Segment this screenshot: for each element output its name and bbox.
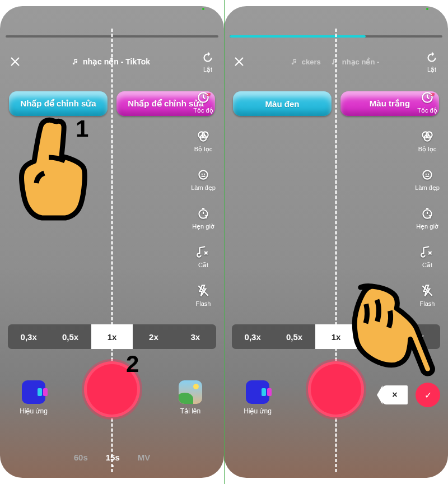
flip-label: Lật (203, 66, 212, 73)
check-icon: ✓ (424, 390, 432, 401)
status-dot (426, 8, 428, 10)
filter-button[interactable]: Bộ lọc (194, 129, 212, 153)
step-number-1: 1 (76, 115, 88, 142)
flip-button[interactable]: Lật (416, 50, 448, 73)
flip-button[interactable]: Lật (192, 50, 224, 73)
sound-selector-b[interactable]: nhạc nền - (331, 58, 380, 66)
close-button[interactable] (0, 55, 30, 68)
svg-point-5 (199, 170, 207, 179)
phone-right: ckers nhạc nền - Lật Màu đen Màu trắng O… (224, 6, 448, 478)
speed-2x[interactable]: 2x (133, 324, 174, 349)
svg-point-16 (426, 174, 427, 175)
speed-0.5x[interactable]: 0,5x (273, 324, 315, 349)
beauty-button[interactable]: Làm đẹp (415, 167, 440, 192)
beauty-button[interactable]: Làm đẹp (191, 167, 216, 192)
svg-text:3: 3 (428, 214, 431, 220)
effects-icon (246, 380, 269, 404)
flash-button[interactable]: Flash (196, 283, 211, 307)
speed-0.3x[interactable]: 0,3x (8, 324, 49, 349)
svg-point-7 (204, 174, 205, 175)
svg-text:ON: ON (206, 92, 211, 96)
speed-0.3x[interactable]: 0,3x (232, 324, 273, 349)
trim-button[interactable]: Cắt (420, 245, 435, 269)
speed-button[interactable]: ONTốc độ (193, 90, 213, 114)
caption-pill-blue[interactable]: Màu đen (233, 91, 332, 116)
svg-point-6 (202, 174, 203, 175)
svg-text:ON: ON (430, 92, 435, 96)
mode-60s[interactable]: 60s (74, 453, 88, 462)
speed-selector[interactable]: 0,3x 0,5x 1x 2x 3x (8, 324, 216, 349)
svg-text:3: 3 (204, 214, 207, 220)
effects-button[interactable]: Hiệu ứng (240, 380, 276, 415)
delete-clip-button[interactable]: × (382, 385, 408, 404)
delete-icon: × (392, 390, 397, 400)
confirm-button[interactable]: ✓ (416, 383, 440, 407)
speed-button[interactable]: ONTốc độ (417, 90, 437, 114)
sound-selector[interactable]: nhạc nền - TikTok (72, 57, 150, 66)
timer-button[interactable]: 3Hẹn giờ (416, 206, 438, 230)
mode-switcher[interactable]: 60s 15s MV (0, 453, 224, 462)
mode-mv[interactable]: MV (138, 453, 151, 462)
upload-button[interactable]: Tải lên (172, 380, 208, 415)
effects-button[interactable]: Hiệu ứng (16, 380, 52, 415)
close-button[interactable] (224, 55, 254, 68)
sound-label: nhạc nền - TikTok (83, 57, 150, 66)
sound-selector-a[interactable]: ckers (291, 58, 321, 66)
caption-pill-blue[interactable]: Nhấp để chỉnh sửa (9, 91, 108, 116)
effects-icon (22, 380, 45, 404)
speed-3x[interactable]: 3x (175, 324, 216, 349)
flip-label: Lật (427, 66, 436, 73)
mode-15s[interactable]: 15s (106, 453, 120, 462)
timer-button[interactable]: 3Hẹn giờ (192, 206, 214, 230)
svg-point-17 (428, 174, 429, 175)
speed-0.5x[interactable]: 0,5x (49, 324, 91, 349)
status-dot (202, 8, 204, 10)
filter-button[interactable]: Bộ lọc (418, 129, 436, 153)
step-number-2: 2 (126, 351, 139, 378)
trim-button[interactable]: Cắt (196, 245, 211, 269)
speed-1x[interactable]: 1x (91, 324, 133, 349)
pointing-hand-icon (333, 280, 445, 386)
phone-left: nhạc nền - TikTok Lật Nhấp để chỉnh sửa … (0, 6, 224, 478)
gallery-icon (179, 380, 202, 404)
svg-point-15 (423, 170, 431, 179)
